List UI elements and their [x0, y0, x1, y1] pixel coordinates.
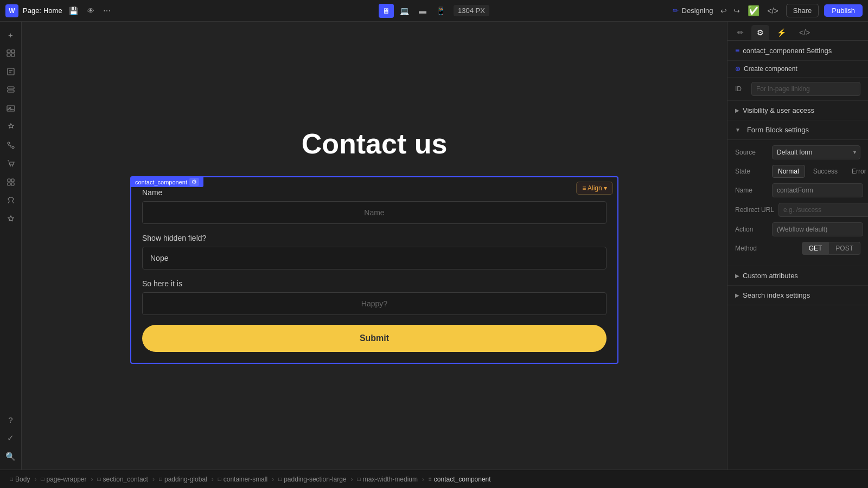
sidebar-icon-ecomm[interactable]: [2, 155, 20, 172]
hidden-field-value[interactable]: Nope: [142, 247, 607, 269]
id-input[interactable]: [751, 82, 860, 96]
svg-rect-16: [11, 179, 14, 182]
form-name-row: Name: [735, 183, 860, 197]
webflow-logo[interactable]: W: [5, 4, 18, 17]
breadcrumb-max-width[interactable]: □ max-width-medium: [354, 474, 421, 484]
redo-button[interactable]: ↪: [731, 4, 742, 17]
contact-component[interactable]: contact_component ⚙ ≡ Align ▾ Name Name …: [130, 176, 618, 364]
source-select-wrapper: Default form Custom ▼: [772, 145, 860, 159]
sidebar-icon-logic[interactable]: [2, 137, 20, 154]
device-tablet[interactable]: 📱: [432, 4, 449, 18]
state-error[interactable]: Error: [846, 165, 868, 178]
source-row: Source Default form Custom ▼: [735, 145, 860, 159]
crumb-section-contact-icon: □: [98, 476, 101, 482]
mode-label: Designing: [682, 7, 713, 15]
sidebar-icon-search[interactable]: 🔍: [2, 448, 20, 465]
svg-rect-18: [11, 183, 14, 185]
crumb-padding-section-label: padding-section-large: [284, 476, 346, 483]
state-success[interactable]: Success: [807, 165, 844, 178]
canvas-content: Contact us contact_component ⚙ ≡ Align ▾…: [130, 127, 618, 364]
tab-style[interactable]: ✏: [732, 25, 749, 40]
topbar-ellipsis[interactable]: ⋯: [101, 4, 113, 17]
breadcrumb-section-contact[interactable]: □ section_contact: [94, 474, 151, 484]
visibility-section[interactable]: ▶ Visibility & user access: [727, 101, 868, 120]
form-name-label: Name: [735, 187, 768, 194]
sep-6: ›: [351, 476, 353, 483]
state-normal[interactable]: Normal: [772, 165, 805, 178]
sidebar-icon-tasks[interactable]: ✓: [2, 429, 20, 447]
form-block-header[interactable]: ▼ Form Block settings: [727, 120, 868, 140]
svg-rect-0: [7, 50, 10, 53]
sidebar-icon-assets[interactable]: [2, 100, 20, 117]
svg-rect-4: [8, 68, 14, 75]
visibility-arrow: ▶: [735, 107, 739, 113]
page-eye-icon[interactable]: 👁: [85, 4, 97, 17]
create-component-btn[interactable]: ⊕ Create component: [727, 61, 868, 78]
share-button[interactable]: Share: [786, 4, 819, 17]
sidebar-icon-components[interactable]: [2, 118, 20, 136]
sidebar-icon-seo[interactable]: [2, 210, 20, 228]
device-desktop-large[interactable]: 🖥: [379, 4, 394, 18]
field-label-name: Name: [142, 188, 607, 197]
sidebar-icon-pages[interactable]: [2, 63, 20, 80]
sidebar-icon-apps[interactable]: [2, 174, 20, 191]
submit-button[interactable]: Submit: [142, 325, 607, 352]
crumb-body-label: Body: [15, 476, 30, 483]
name-input[interactable]: Name: [142, 201, 607, 224]
tab-settings[interactable]: ⚙: [751, 25, 769, 40]
page-save-icon[interactable]: 💾: [67, 4, 80, 17]
breadcrumb-container-small[interactable]: □ container-small: [215, 474, 271, 484]
page-name[interactable]: Home: [43, 7, 62, 15]
crumb-page-wrapper-label: page-wrapper: [46, 476, 86, 483]
align-button[interactable]: ≡ Align ▾: [576, 182, 613, 195]
breadcrumb-padding-global[interactable]: □ padding-global: [156, 474, 210, 484]
source-select[interactable]: Default form Custom: [772, 145, 860, 159]
sidebar-icon-cms[interactable]: [2, 81, 20, 99]
breadcrumb-contact-component[interactable]: ≡ contact_component: [425, 474, 494, 484]
canvas: Contact us contact_component ⚙ ≡ Align ▾…: [22, 22, 727, 470]
svg-point-13: [10, 165, 11, 166]
state-row: State Normal Success Error: [735, 165, 860, 178]
custom-attributes-section[interactable]: ▶ Custom attributes: [727, 266, 868, 286]
action-row: Action: [735, 222, 860, 236]
code-toggle-icon[interactable]: </>: [765, 4, 780, 17]
search-index-arrow: ▶: [735, 292, 739, 298]
breadcrumb-body[interactable]: □ Body: [7, 474, 33, 484]
redirect-input[interactable]: [778, 203, 868, 217]
undo-button[interactable]: ↩: [718, 4, 729, 17]
source-label: Source: [735, 149, 768, 156]
top-bar-center: 🖥 💻 ▬ 📱 1304 PX: [379, 4, 489, 18]
svg-rect-17: [8, 183, 10, 185]
sep-1: ›: [34, 476, 36, 483]
device-desktop[interactable]: 💻: [396, 4, 413, 18]
here-input[interactable]: Happy?: [142, 292, 607, 315]
device-tablet-landscape[interactable]: ▬: [415, 4, 430, 18]
crumb-body-icon: □: [10, 476, 13, 482]
method-get[interactable]: GET: [802, 242, 829, 255]
tab-code[interactable]: </>: [794, 25, 815, 40]
action-input[interactable]: [772, 222, 863, 236]
publish-button[interactable]: Publish: [824, 4, 863, 17]
search-index-label: Search index settings: [743, 291, 810, 299]
form-block-title: Form Block settings: [747, 126, 809, 134]
breadcrumb-padding-section-large[interactable]: □ padding-section-large: [275, 474, 349, 484]
breadcrumb: □ Body › □ page-wrapper › □ section_cont…: [0, 470, 868, 488]
component-settings-title: contact_component Settings: [743, 47, 832, 55]
tab-interactions[interactable]: ⚡: [771, 25, 792, 40]
form-name-input[interactable]: [772, 183, 863, 197]
device-buttons: 🖥 💻 ▬ 📱: [379, 4, 449, 18]
method-post[interactable]: POST: [829, 242, 860, 255]
search-index-section[interactable]: ▶ Search index settings: [727, 286, 868, 305]
crumb-section-contact-label: section_contact: [103, 476, 148, 483]
component-settings-gear[interactable]: ⚙: [189, 178, 199, 186]
sep-3: ›: [152, 476, 155, 483]
method-row: Method GET POST: [735, 242, 860, 255]
breadcrumb-page-wrapper[interactable]: □ page-wrapper: [37, 474, 90, 484]
sidebar-icon-navigator[interactable]: [2, 44, 20, 62]
page-label: Page:: [23, 7, 41, 15]
id-row: ID: [727, 78, 868, 101]
sidebar-icon-add[interactable]: +: [2, 26, 20, 43]
sidebar-icon-paint[interactable]: [2, 192, 20, 209]
crumb-page-wrapper-icon: □: [41, 476, 44, 482]
sidebar-icon-help[interactable]: ?: [2, 411, 20, 428]
